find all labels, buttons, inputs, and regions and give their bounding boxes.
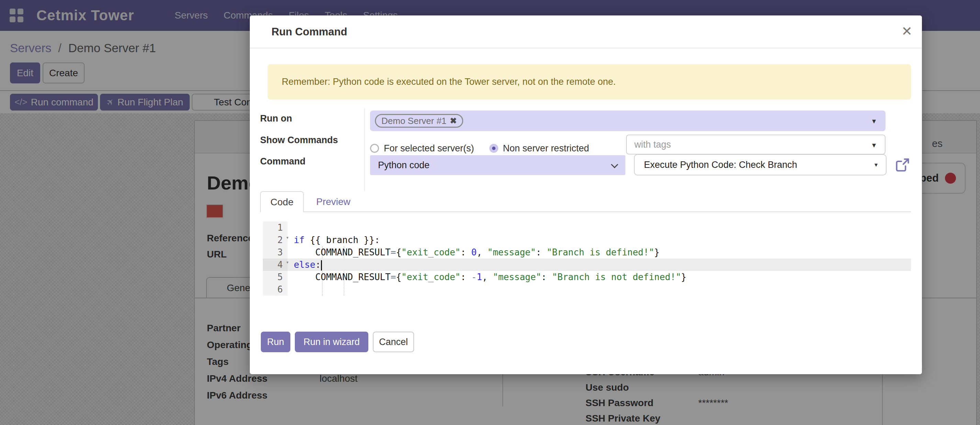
run-in-wizard-button[interactable]: Run in wizard bbox=[295, 331, 368, 352]
modal-header-divider bbox=[250, 48, 922, 48]
radio-selected-servers-label[interactable]: For selected server(s) bbox=[384, 143, 474, 154]
editor-line[interactable]: 1 bbox=[263, 221, 911, 234]
code-line-text: else: bbox=[288, 258, 911, 271]
form-divider bbox=[364, 108, 365, 191]
command-label: Command bbox=[260, 156, 305, 167]
editor-line[interactable]: 2▾if {{ branch }}: bbox=[263, 234, 911, 246]
radio-non-restricted[interactable] bbox=[489, 144, 498, 153]
run-on-select[interactable]: Demo Server #1 ✖ ▾ bbox=[370, 111, 886, 131]
chevron-down-icon: ▾ bbox=[875, 161, 878, 168]
editor-line[interactable]: 5 COMMAND_RESULT={"exit_code": -1, "mess… bbox=[263, 271, 911, 283]
code-line-text: COMMAND_RESULT={"exit_code": -1, "messag… bbox=[288, 271, 911, 283]
line-number: 1 bbox=[263, 221, 288, 234]
radio-non-restricted-label[interactable]: Non server restricted bbox=[503, 143, 589, 154]
chevron-down-icon: ▾ bbox=[872, 117, 876, 126]
tab-strip-divider bbox=[260, 211, 911, 212]
close-icon[interactable]: ✕ bbox=[901, 24, 912, 39]
line-number: 2▾ bbox=[263, 234, 288, 246]
run-on-label: Run on bbox=[260, 113, 292, 124]
line-number: 3 bbox=[263, 246, 288, 258]
external-link-icon[interactable] bbox=[895, 158, 910, 173]
text-cursor bbox=[321, 260, 322, 271]
with-tags-select[interactable]: with tags ▾ bbox=[626, 135, 886, 154]
line-number: 5 bbox=[263, 271, 288, 283]
run-button[interactable]: Run bbox=[261, 331, 290, 352]
editor-line[interactable]: 3 COMMAND_RESULT={"exit_code": 0, "messa… bbox=[263, 246, 911, 258]
chevron-down-icon bbox=[611, 161, 618, 168]
cancel-button[interactable]: Cancel bbox=[373, 331, 414, 352]
code-line-text: if {{ branch }}: bbox=[288, 234, 911, 246]
server-tag: Demo Server #1 ✖ bbox=[375, 114, 463, 128]
code-editor[interactable]: 12▾if {{ branch }}:3 COMMAND_RESULT={"ex… bbox=[263, 221, 911, 296]
line-number: 4▾ bbox=[263, 258, 288, 271]
line-number: 6 bbox=[263, 283, 288, 296]
command-type-select[interactable]: Python code bbox=[370, 155, 625, 175]
radio-selected-servers[interactable] bbox=[370, 144, 379, 153]
show-commands-label: Show Commands bbox=[260, 135, 338, 146]
tag-remove-icon[interactable]: ✖ bbox=[450, 116, 457, 126]
command-select[interactable]: Execute Python Code: Check Branch ▾ bbox=[634, 154, 886, 175]
editor-line[interactable]: 4▾else: bbox=[263, 258, 911, 271]
code-line-text bbox=[288, 283, 911, 296]
tab-code[interactable]: Code bbox=[260, 191, 304, 212]
editor-line[interactable]: 6 bbox=[263, 283, 911, 296]
tab-preview[interactable]: Preview bbox=[311, 191, 356, 212]
warning-alert: Remember: Python code is executed on the… bbox=[268, 64, 911, 100]
run-command-modal: Run Command ✕ Remember: Python code is e… bbox=[250, 16, 922, 374]
chevron-down-icon: ▾ bbox=[872, 141, 876, 150]
screen: Cetmix Tower ServersCommandsFilesToolsSe… bbox=[0, 0, 980, 425]
modal-title: Run Command bbox=[272, 26, 347, 38]
code-line-text: COMMAND_RESULT={"exit_code": 0, "message… bbox=[288, 246, 911, 258]
code-line-text bbox=[288, 221, 911, 234]
